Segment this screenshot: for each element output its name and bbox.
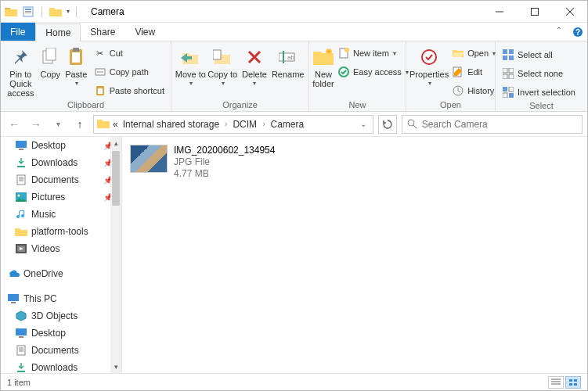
easy-access-icon xyxy=(337,66,350,78)
paste-button[interactable]: Paste▾ xyxy=(63,43,89,88)
scroll-down-arrow-icon[interactable]: ▾ xyxy=(114,361,118,373)
chevron-right-icon[interactable]: › xyxy=(222,120,229,128)
search-box[interactable] xyxy=(402,115,583,134)
svg-rect-33 xyxy=(509,74,514,79)
move-to-icon xyxy=(179,46,201,68)
sidebar-item-desktop[interactable]: Desktop📌 xyxy=(1,137,116,154)
chevron-right-icon[interactable]: › xyxy=(260,120,267,128)
properties-button[interactable]: Properties▾ xyxy=(409,43,449,88)
sidebar-item-downloads[interactable]: Downloads📌 xyxy=(1,154,116,171)
select-none-button[interactable]: Select none xyxy=(499,65,579,82)
ribbon-collapse-button[interactable]: ˆ xyxy=(550,23,568,41)
forward-button[interactable]: → xyxy=(27,116,45,133)
edit-button[interactable]: Edit xyxy=(449,63,499,81)
cut-button[interactable]: ✂Cut xyxy=(91,45,168,62)
sidebar-item-documents[interactable]: Documents xyxy=(1,342,116,359)
svg-rect-26 xyxy=(503,49,507,54)
recent-locations-button[interactable]: ▾ xyxy=(49,116,67,133)
new-folder-button[interactable]: New folder xyxy=(312,43,334,88)
svg-rect-17 xyxy=(283,51,284,63)
breadcrumb-item[interactable]: Camera xyxy=(269,119,305,130)
tab-share[interactable]: Share xyxy=(81,23,125,41)
close-button[interactable] xyxy=(552,1,587,23)
history-button[interactable]: History xyxy=(449,82,499,99)
tab-file[interactable]: File xyxy=(1,23,35,41)
sidebar-item-this-pc[interactable]: This PC xyxy=(1,290,116,307)
sidebar-item-onedrive[interactable]: OneDrive xyxy=(1,265,116,282)
back-button[interactable]: ← xyxy=(5,116,23,133)
window-title: Camera xyxy=(91,6,124,17)
scroll-thumb[interactable] xyxy=(112,151,120,206)
svg-rect-4 xyxy=(531,8,538,15)
breadcrumb-overflow[interactable]: « xyxy=(111,119,120,130)
scroll-up-arrow-icon[interactable]: ▴ xyxy=(114,137,118,149)
details-view-button[interactable] xyxy=(548,376,564,389)
open-icon xyxy=(452,47,464,59)
minimize-button[interactable] xyxy=(482,1,517,23)
file-list-pane[interactable]: IMG_20200602_134954 JPG File 4.77 MB xyxy=(122,137,587,373)
paste-shortcut-icon xyxy=(94,84,106,97)
title-bar: ▾ Camera xyxy=(1,1,587,23)
sidebar-item-pictures[interactable]: Pictures📌 xyxy=(1,188,116,206)
desktop-icon xyxy=(15,139,27,152)
move-to-button[interactable]: Move to▾ xyxy=(175,43,207,88)
sidebar-item-desktop[interactable]: Desktop xyxy=(1,325,116,342)
file-type: JPG File xyxy=(174,156,275,168)
status-item-count: 1 item xyxy=(7,378,31,387)
paste-shortcut-button[interactable]: Paste shortcut xyxy=(91,82,168,99)
easy-access-button[interactable]: Easy access▾ xyxy=(334,63,412,81)
copy-path-button[interactable]: Copy path xyxy=(91,63,168,81)
search-input[interactable] xyxy=(422,119,577,130)
file-name: IMG_20200602_134954 xyxy=(174,145,275,156)
invert-selection-icon xyxy=(502,86,514,99)
svg-rect-41 xyxy=(17,175,25,185)
group-clipboard-label: Clipboard xyxy=(4,100,168,111)
qat-dropdown-icon[interactable]: ▾ xyxy=(67,8,70,15)
sidebar-item-documents[interactable]: Documents📌 xyxy=(1,171,116,188)
maximize-button[interactable] xyxy=(517,1,552,23)
invert-selection-button[interactable]: Invert selection xyxy=(499,84,579,101)
qat-properties-icon[interactable] xyxy=(21,5,35,19)
folder-icon xyxy=(15,225,27,238)
open-button[interactable]: Open▾ xyxy=(449,45,499,62)
sidebar-item-music[interactable]: Music xyxy=(1,206,116,223)
large-icons-view-button[interactable] xyxy=(565,376,581,389)
svg-rect-28 xyxy=(503,56,507,60)
svg-rect-30 xyxy=(503,68,507,73)
tab-home[interactable]: Home xyxy=(35,23,81,41)
onedrive-icon xyxy=(7,267,20,280)
tab-view[interactable]: View xyxy=(125,23,165,41)
this-pc-icon xyxy=(7,292,20,305)
new-item-button[interactable]: New item▾ xyxy=(334,45,412,62)
rename-button[interactable]: ab Rename xyxy=(270,43,305,79)
svg-point-38 xyxy=(408,120,414,126)
up-button[interactable]: ↑ xyxy=(71,116,88,133)
svg-rect-54 xyxy=(569,379,572,382)
nav-pane-scrollbar[interactable]: ▴ ▾ xyxy=(110,137,121,373)
sidebar-item-downloads[interactable]: Downloads xyxy=(1,359,116,373)
sidebar-item-platform-tools[interactable]: platform-tools xyxy=(1,223,116,240)
sidebar-item-3d-objects[interactable]: 3D Objects xyxy=(1,307,116,325)
copy-button[interactable]: Copy xyxy=(38,43,63,79)
svg-rect-39 xyxy=(16,141,27,148)
delete-button[interactable]: Delete▾ xyxy=(239,43,271,88)
address-bar-row: ← → ▾ ↑ « Internal shared storage › DCIM… xyxy=(1,112,587,137)
breadcrumb-item[interactable]: DCIM xyxy=(231,119,258,130)
ribbon-tabs: File Home Share View ˆ ? xyxy=(1,23,587,41)
svg-rect-56 xyxy=(569,383,572,386)
pin-quick-access-button[interactable]: Pin to Quick access xyxy=(4,43,38,98)
address-bar[interactable]: « Internal shared storage › DCIM › Camer… xyxy=(93,115,373,134)
address-dropdown-button[interactable]: ⌄ xyxy=(357,120,370,128)
breadcrumb-item[interactable]: Internal shared storage xyxy=(121,119,221,130)
pictures-icon xyxy=(15,191,27,203)
sidebar-item-videos[interactable]: Videos xyxy=(1,240,116,257)
help-button[interactable]: ? xyxy=(568,23,587,41)
refresh-button[interactable] xyxy=(378,115,397,134)
navigation-pane: Desktop📌 Downloads📌 Documents📌 Pictures📌… xyxy=(1,137,122,373)
status-bar: 1 item xyxy=(1,373,587,390)
file-item[interactable]: IMG_20200602_134954 JPG File 4.77 MB xyxy=(128,143,581,181)
select-all-button[interactable]: Select all xyxy=(499,46,579,63)
svg-point-43 xyxy=(18,195,20,197)
downloads-icon xyxy=(15,156,27,169)
copy-to-button[interactable]: Copy to▾ xyxy=(207,43,239,88)
